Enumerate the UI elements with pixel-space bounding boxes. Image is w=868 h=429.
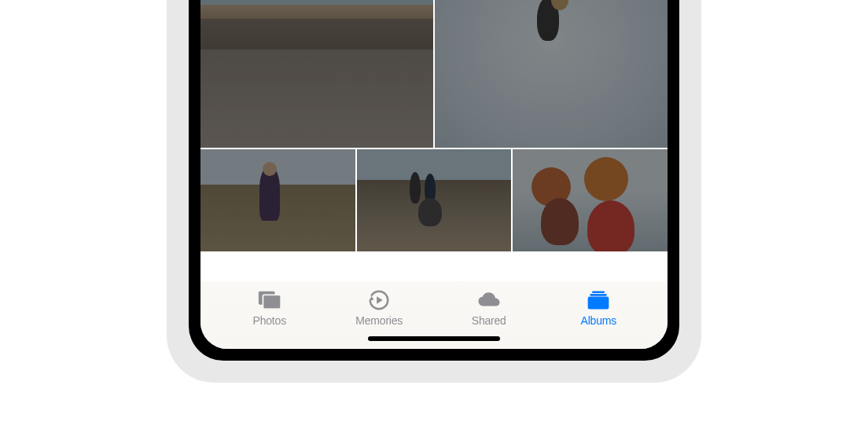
memories-icon (366, 289, 392, 311)
device-outer-bezel: Photos Memories (167, 0, 701, 383)
photo-row (200, 0, 668, 148)
svg-rect-6 (592, 291, 605, 293)
screen: Photos Memories (200, 0, 668, 349)
photo-thumbnail[interactable] (513, 149, 668, 251)
svg-rect-7 (590, 294, 607, 296)
svg-marker-5 (377, 296, 383, 303)
svg-rect-8 (588, 297, 609, 310)
device-frame: Photos Memories (167, 0, 701, 383)
tab-shared[interactable]: Shared (450, 289, 528, 327)
tab-label: Albums (581, 314, 616, 327)
shared-cloud-icon (476, 289, 502, 311)
photo-row (200, 149, 668, 251)
photos-icon (257, 289, 282, 311)
svg-rect-2 (263, 295, 280, 308)
tab-memories[interactable]: Memories (340, 289, 418, 327)
tab-label: Shared (472, 314, 506, 327)
albums-icon (586, 289, 611, 311)
photo-grid (200, 0, 668, 281)
photo-thumbnail[interactable] (200, 149, 355, 251)
device-inner-bezel: Photos Memories (189, 0, 679, 361)
tab-label: Photos (253, 314, 286, 327)
tab-photos[interactable]: Photos (230, 289, 309, 327)
home-indicator[interactable] (368, 336, 500, 341)
photo-thumbnail[interactable] (435, 0, 668, 148)
tab-label: Memories (355, 314, 403, 327)
tab-albums[interactable]: Albums (559, 289, 638, 327)
photo-thumbnail[interactable] (357, 149, 512, 251)
photo-thumbnail[interactable] (200, 0, 433, 148)
